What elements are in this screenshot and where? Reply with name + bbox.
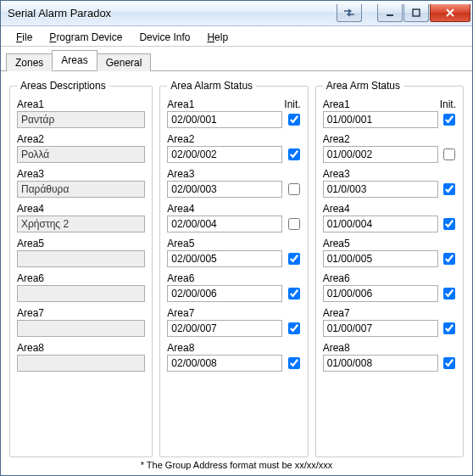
window-buttons [377, 4, 470, 22]
arm-address-input[interactable] [323, 146, 438, 163]
area-label: Area5 [167, 238, 300, 249]
desc-row: Area5 [17, 238, 145, 267]
alarm-address-input[interactable] [167, 320, 282, 337]
menu-file[interactable]: File [8, 30, 41, 45]
alarm-init-checkbox[interactable] [288, 148, 300, 160]
minimize-button[interactable] [377, 4, 403, 22]
desc-row: Area4 [17, 203, 145, 232]
menu-help[interactable]: Help [198, 30, 236, 45]
area-desc-input[interactable] [17, 320, 145, 337]
alarm-init-checkbox[interactable] [288, 253, 300, 265]
alarm-init-checkbox[interactable] [288, 114, 300, 126]
close-button[interactable] [430, 4, 470, 22]
area-desc-input[interactable] [17, 146, 145, 163]
app-window: Serial Alarm Paradox File Program Device… [0, 0, 473, 476]
alarm-init-checkbox[interactable] [288, 322, 300, 334]
area-desc-input[interactable] [17, 111, 145, 128]
arm-row: Area5 [323, 238, 456, 267]
arm-init-checkbox[interactable] [443, 114, 455, 126]
area-label: Area8 [167, 342, 300, 354]
arm-init-checkbox[interactable] [443, 322, 455, 334]
alarm-address-input[interactable] [167, 355, 282, 372]
alarm-row: Area7 [167, 307, 300, 337]
area-label: Area8 [323, 342, 456, 354]
arm-init-checkbox[interactable] [443, 253, 455, 265]
arm-address-input[interactable] [323, 216, 438, 232]
alarm-row: Area2 [167, 133, 300, 163]
tab-general[interactable]: General [97, 53, 152, 71]
area-desc-input[interactable] [17, 355, 145, 372]
alarm-address-input[interactable] [167, 181, 282, 198]
alarm-init-checkbox[interactable] [288, 183, 300, 195]
maximize-button[interactable] [403, 4, 429, 22]
arm-init-checkbox[interactable] [443, 357, 455, 369]
alarm-address-input[interactable] [167, 111, 282, 128]
area-desc-input[interactable] [17, 285, 145, 302]
area-label: Area4 [323, 203, 456, 215]
arm-row: Area1Init. [323, 98, 456, 128]
area-label: Area2 [167, 133, 300, 145]
arm-row: Area6 [323, 272, 456, 302]
menubar: File Program Device Device Info Help [1, 28, 472, 47]
area-label: Area5 [17, 238, 145, 249]
group-areas-descriptions: Areas Descriptions Area1Area2Area3Area4A… [9, 80, 153, 457]
group-title: Area Alarm Status [167, 80, 256, 92]
area-desc-input[interactable] [17, 250, 145, 267]
alarm-row: Area3 [167, 168, 300, 198]
area-label: Area4 [167, 203, 300, 215]
desc-row: Area2 [17, 133, 145, 163]
arm-address-input[interactable] [323, 111, 438, 128]
alarm-init-checkbox[interactable] [288, 288, 300, 300]
tab-zones[interactable]: Zones [6, 53, 53, 71]
arm-init-checkbox[interactable] [443, 183, 455, 195]
area-label: Area6 [17, 272, 145, 284]
alarm-address-input[interactable] [167, 250, 282, 267]
arm-address-input[interactable] [323, 320, 438, 337]
tab-areas[interactable]: Areas [52, 50, 97, 70]
area-label: Area3 [323, 168, 456, 180]
window-title: Serial Alarm Paradox [8, 7, 337, 20]
alarm-init-checkbox[interactable] [288, 357, 300, 369]
tabbar: Zones Areas General [1, 47, 472, 71]
tab-content: Areas Descriptions Area1Area2Area3Area4A… [1, 71, 472, 475]
group-area-alarm-status: Area Alarm Status Area1Init.Area2Area3Ar… [159, 80, 308, 457]
init-header: Init. [284, 98, 300, 110]
alarm-init-checkbox[interactable] [288, 218, 300, 230]
arm-init-checkbox[interactable] [443, 148, 455, 160]
area-label: Area6 [167, 272, 300, 284]
arm-init-checkbox[interactable] [443, 288, 455, 300]
menu-program-device[interactable]: Program Device [41, 30, 131, 45]
arm-row: Area4 [323, 203, 456, 232]
arm-row: Area3 [323, 168, 456, 198]
area-label: Area1 [17, 98, 145, 110]
area-desc-input[interactable] [17, 216, 145, 232]
arm-row: Area2 [323, 133, 456, 163]
arm-row: Area7 [323, 307, 456, 337]
alarm-row: Area6 [167, 272, 300, 302]
arm-address-input[interactable] [323, 355, 438, 372]
group-area-arm-status: Area Arm Status Area1Init.Area2Area3Area… [315, 80, 464, 457]
area-label: Area3 [167, 168, 300, 180]
svg-rect-1 [413, 9, 420, 16]
area-desc-input[interactable] [17, 181, 145, 198]
arm-address-input[interactable] [323, 285, 438, 302]
area-label: Area7 [323, 307, 456, 319]
footnote: * The Group Address format must be xx/xx… [9, 460, 464, 470]
arm-init-checkbox[interactable] [443, 218, 455, 230]
init-header: Init. [440, 98, 456, 110]
arm-address-input[interactable] [323, 181, 438, 198]
desc-row: Area8 [17, 342, 145, 372]
area-label: Area1 [167, 98, 284, 110]
alarm-address-input[interactable] [167, 216, 282, 232]
close-icon [446, 8, 454, 17]
alarm-row: Area8 [167, 342, 300, 372]
swap-icon [343, 8, 355, 17]
alarm-address-input[interactable] [167, 285, 282, 302]
arm-address-input[interactable] [323, 250, 438, 267]
desc-row: Area6 [17, 272, 145, 302]
svg-rect-0 [387, 14, 393, 16]
menu-device-info[interactable]: Device Info [131, 30, 198, 45]
alarm-address-input[interactable] [167, 146, 282, 163]
secondary-button[interactable] [337, 4, 362, 22]
alarm-row: Area1Init. [167, 98, 300, 128]
